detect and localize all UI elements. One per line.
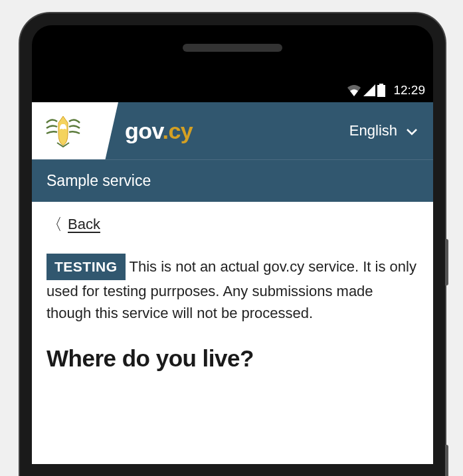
phone-frame: 12:29 <box>20 13 445 476</box>
testing-badge: TESTING <box>46 254 126 280</box>
phone-inner: 12:29 <box>32 25 433 464</box>
language-selector[interactable]: English <box>349 122 417 139</box>
phone-speaker <box>183 44 282 52</box>
back-link-text: Back <box>68 216 100 233</box>
wifi-icon <box>347 84 361 96</box>
svg-rect-0 <box>379 84 383 85</box>
service-name: Sample service <box>32 159 433 202</box>
signal-icon <box>363 84 375 96</box>
page-heading: Where do you live? <box>46 345 418 372</box>
phone-side-button <box>445 239 448 285</box>
brand-cy-text: cy <box>168 118 193 143</box>
header-top: gov.cy English <box>32 102 433 159</box>
phone-side-button <box>445 445 448 476</box>
site-brand[interactable]: gov.cy <box>125 118 193 144</box>
site-header: gov.cy English Sample service <box>32 102 433 202</box>
status-bar: 12:29 <box>32 78 433 102</box>
logo-container[interactable] <box>32 102 118 159</box>
cyprus-emblem-icon <box>40 111 86 151</box>
back-link[interactable]: 〈 Back <box>46 214 100 235</box>
svg-rect-1 <box>377 85 385 97</box>
screen: 12:29 <box>32 78 433 464</box>
status-time: 12:29 <box>393 83 425 98</box>
chevron-down-icon <box>407 122 417 139</box>
main-content: 〈 Back TESTINGThis is not an actual gov.… <box>32 202 433 384</box>
brand-gov-text: gov <box>125 118 162 143</box>
status-icons <box>347 84 385 97</box>
chevron-left-icon: 〈 <box>46 214 62 235</box>
language-label: English <box>349 122 397 139</box>
battery-icon <box>377 84 385 97</box>
testing-notice: TESTINGThis is not an actual gov.cy serv… <box>46 254 418 324</box>
